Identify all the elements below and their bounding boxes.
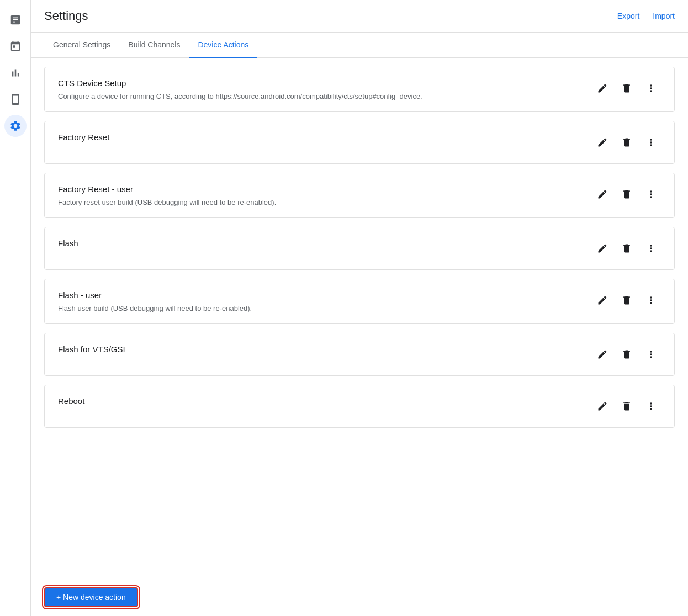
footer: + New device action <box>31 578 688 616</box>
delete-action-button[interactable] <box>617 396 637 416</box>
edit-action-button[interactable] <box>592 132 612 152</box>
action-name: Flash <box>58 238 78 248</box>
import-link[interactable]: Import <box>653 12 675 20</box>
edit-action-button[interactable] <box>592 184 612 204</box>
action-card: CTS Device SetupConfigure a device for r… <box>44 67 675 112</box>
delete-action-button[interactable] <box>617 78 637 98</box>
delete-action-button[interactable] <box>617 184 637 204</box>
action-name: Reboot <box>58 396 84 406</box>
action-name: Flash for VTS/GSI <box>58 344 125 354</box>
edit-action-button[interactable] <box>592 344 612 364</box>
action-card: Reboot <box>44 385 675 428</box>
sidebar-item-reports[interactable] <box>4 9 27 31</box>
edit-action-button[interactable] <box>592 238 612 258</box>
action-name: CTS Device Setup <box>58 78 422 88</box>
action-description: Factory reset user build (USB debugging … <box>58 198 276 206</box>
sidebar <box>0 0 31 616</box>
edit-action-button[interactable] <box>592 396 612 416</box>
action-card: Flash - userFlash user build (USB debugg… <box>44 279 675 324</box>
delete-action-button[interactable] <box>617 132 637 152</box>
action-controls <box>592 184 661 204</box>
header-actions: Export Import <box>617 12 675 20</box>
action-controls <box>592 344 661 364</box>
action-name: Factory Reset - user <box>58 184 276 194</box>
more-options-button[interactable] <box>641 344 661 364</box>
action-card: Factory Reset - userFactory reset user b… <box>44 173 675 218</box>
more-options-button[interactable] <box>641 132 661 152</box>
tabs: General Settings Build Channels Device A… <box>31 33 688 58</box>
action-card: Flash <box>44 227 675 270</box>
tab-general-settings[interactable]: General Settings <box>44 33 119 58</box>
more-options-button[interactable] <box>641 396 661 416</box>
main-content: Settings Export Import General Settings … <box>31 0 688 616</box>
action-name: Flash - user <box>58 290 252 300</box>
edit-action-button[interactable] <box>592 290 612 310</box>
more-options-button[interactable] <box>641 184 661 204</box>
action-controls <box>592 238 661 258</box>
action-card: Flash for VTS/GSI <box>44 333 675 376</box>
more-options-button[interactable] <box>641 238 661 258</box>
delete-action-button[interactable] <box>617 290 637 310</box>
tab-build-channels[interactable]: Build Channels <box>119 33 189 58</box>
page-title: Settings <box>44 9 88 23</box>
action-controls <box>592 290 661 310</box>
sidebar-item-settings[interactable] <box>4 115 27 137</box>
action-controls <box>592 132 661 152</box>
new-device-action-button[interactable]: + New device action <box>44 587 138 607</box>
sidebar-item-chart[interactable] <box>4 62 27 84</box>
sidebar-item-calendar[interactable] <box>4 35 27 57</box>
edit-action-button[interactable] <box>592 78 612 98</box>
delete-action-button[interactable] <box>617 344 637 364</box>
action-description: Flash user build (USB debugging will nee… <box>58 304 252 312</box>
action-description: Configure a device for running CTS, acco… <box>58 92 422 100</box>
more-options-button[interactable] <box>641 78 661 98</box>
action-controls <box>592 396 661 416</box>
export-link[interactable]: Export <box>617 12 639 20</box>
content-area: CTS Device SetupConfigure a device for r… <box>31 58 688 578</box>
action-name: Factory Reset <box>58 132 109 142</box>
more-options-button[interactable] <box>641 290 661 310</box>
page-header: Settings Export Import <box>31 0 688 33</box>
action-controls <box>592 78 661 98</box>
action-card: Factory Reset <box>44 121 675 164</box>
delete-action-button[interactable] <box>617 238 637 258</box>
sidebar-item-device[interactable] <box>4 88 27 110</box>
tab-device-actions[interactable]: Device Actions <box>189 33 257 58</box>
